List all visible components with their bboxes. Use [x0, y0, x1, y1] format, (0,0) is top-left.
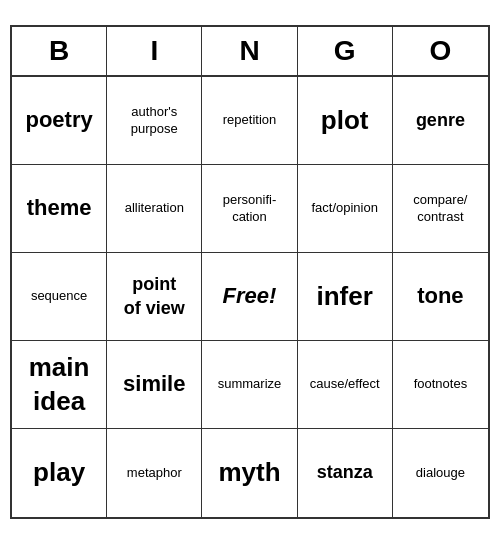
bingo-cell[interactable]: summarize — [202, 341, 297, 429]
cell-label: sequence — [31, 288, 87, 305]
bingo-cell[interactable]: personifi- cation — [202, 165, 297, 253]
cell-label: plot — [321, 104, 369, 138]
header-letter: B — [12, 27, 107, 75]
bingo-cell[interactable]: dialouge — [393, 429, 488, 517]
bingo-cell[interactable]: theme — [12, 165, 107, 253]
bingo-cell[interactable]: sequence — [12, 253, 107, 341]
header-letter: N — [202, 27, 297, 75]
bingo-cell[interactable]: repetition — [202, 77, 297, 165]
cell-label: infer — [317, 280, 373, 314]
bingo-grid: poetryauthor's purposerepetitionplotgenr… — [12, 77, 488, 517]
cell-label: theme — [27, 194, 92, 223]
cell-label: myth — [218, 456, 280, 490]
bingo-card: BINGO poetryauthor's purposerepetitionpl… — [10, 25, 490, 519]
bingo-cell[interactable]: metaphor — [107, 429, 202, 517]
bingo-cell[interactable]: fact/opinion — [298, 165, 393, 253]
cell-label: repetition — [223, 112, 276, 129]
bingo-cell[interactable]: compare/ contrast — [393, 165, 488, 253]
cell-label: main idea — [29, 351, 90, 419]
bingo-cell[interactable]: alliteration — [107, 165, 202, 253]
header-letter: G — [298, 27, 393, 75]
cell-label: alliteration — [125, 200, 184, 217]
cell-label: footnotes — [414, 376, 468, 393]
cell-label: point of view — [124, 273, 185, 320]
bingo-cell[interactable]: main idea — [12, 341, 107, 429]
cell-label: fact/opinion — [311, 200, 378, 217]
header-letter: I — [107, 27, 202, 75]
bingo-cell[interactable]: play — [12, 429, 107, 517]
bingo-cell[interactable]: plot — [298, 77, 393, 165]
cell-label: cause/effect — [310, 376, 380, 393]
header-letter: O — [393, 27, 488, 75]
bingo-cell[interactable]: Free! — [202, 253, 297, 341]
bingo-cell[interactable]: stanza — [298, 429, 393, 517]
cell-label: author's purpose — [131, 104, 178, 138]
bingo-cell[interactable]: cause/effect — [298, 341, 393, 429]
bingo-cell[interactable]: author's purpose — [107, 77, 202, 165]
bingo-cell[interactable]: footnotes — [393, 341, 488, 429]
cell-label: simile — [123, 370, 185, 399]
bingo-cell[interactable]: point of view — [107, 253, 202, 341]
cell-label: play — [33, 456, 85, 490]
bingo-cell[interactable]: simile — [107, 341, 202, 429]
cell-label: compare/ contrast — [413, 192, 467, 226]
cell-label: Free! — [223, 282, 277, 311]
cell-label: metaphor — [127, 465, 182, 482]
cell-label: genre — [416, 109, 465, 132]
bingo-cell[interactable]: poetry — [12, 77, 107, 165]
cell-label: poetry — [25, 106, 92, 135]
cell-label: summarize — [218, 376, 282, 393]
bingo-cell[interactable]: infer — [298, 253, 393, 341]
cell-label: tone — [417, 282, 463, 311]
cell-label: stanza — [317, 461, 373, 484]
cell-label: personifi- cation — [223, 192, 276, 226]
bingo-header: BINGO — [12, 27, 488, 77]
bingo-cell[interactable]: myth — [202, 429, 297, 517]
cell-label: dialouge — [416, 465, 465, 482]
bingo-cell[interactable]: genre — [393, 77, 488, 165]
bingo-cell[interactable]: tone — [393, 253, 488, 341]
